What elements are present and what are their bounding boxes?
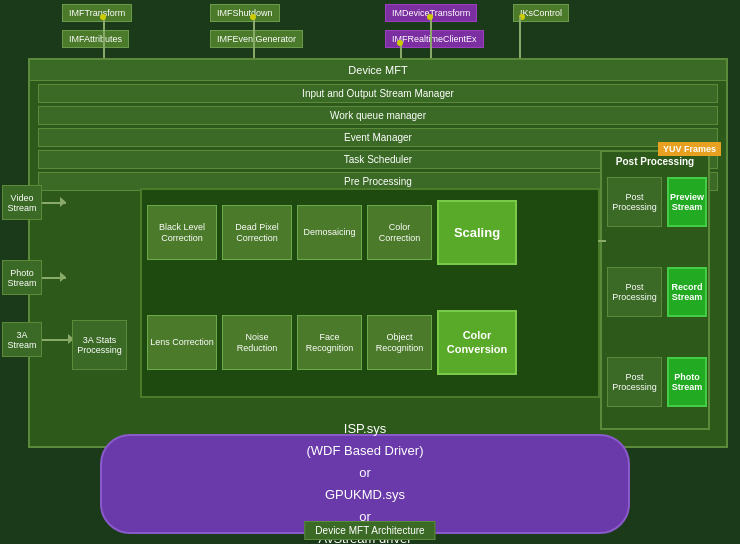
3a-stream-input: 3AStream xyxy=(2,322,42,357)
yuv-frames-label: YUV Frames xyxy=(658,142,721,156)
post-processing-section: Post Processing PostProcessing PreviewSt… xyxy=(600,150,710,430)
photo-stream-input: PhotoStream xyxy=(2,260,42,295)
post-processing-block-1: PostProcessing xyxy=(607,177,662,227)
noise-reduction-block: Noise Reduction xyxy=(222,315,292,370)
connector-dot-5 xyxy=(397,40,403,46)
black-level-correction-block: Black Level Correction xyxy=(147,205,217,260)
diagram-container: IMFTransform IMFShutdown IMDeviceTransfo… xyxy=(0,0,740,544)
imf-transform-label: IMFTransform xyxy=(62,4,132,22)
color-correction-block: Color Correction xyxy=(367,205,432,260)
stats-processing-block: 3A StatsProcessing xyxy=(72,320,127,370)
video-stream-input: VideoStream xyxy=(2,185,42,220)
connector-dot-1 xyxy=(100,14,106,20)
imf-event-generator-label: IMFEventGenerator xyxy=(210,30,303,48)
work-queue-manager: Work queue manager xyxy=(38,106,718,125)
connector-dot-2 xyxy=(250,14,256,20)
connector-dot-3 xyxy=(427,14,433,20)
arch-label: Device MFT Architecture xyxy=(304,521,435,540)
scaling-block: Scaling xyxy=(437,200,517,265)
object-recognition-block: Object Recognition xyxy=(367,315,432,370)
imf-attributes-label: IMFAttributes xyxy=(62,30,129,48)
color-conversion-block: Color Conversion xyxy=(437,310,517,375)
event-manager: Event Manager xyxy=(38,128,718,147)
photo-arrow-head xyxy=(60,272,66,282)
dead-pixel-correction-block: Dead Pixel Correction xyxy=(222,205,292,260)
pipeline-to-post-arrow xyxy=(598,240,606,242)
connector-line-6 xyxy=(519,17,521,60)
post-processing-block-2: PostProcessing xyxy=(607,267,662,317)
isp-box: ISP.sys (WDF Based Driver) or GPUKMD.sys… xyxy=(100,434,630,534)
face-recognition-block: Face Recognition xyxy=(297,315,362,370)
demosaicing-block: Demosaicing xyxy=(297,205,362,260)
record-stream-output: RecordStream xyxy=(667,267,707,317)
preview-stream-output: PreviewStream xyxy=(667,177,707,227)
connector-line-3 xyxy=(430,17,432,60)
imf-shutdown-label: IMFShutdown xyxy=(210,4,280,22)
photo-stream-output: PhotoStream xyxy=(667,357,707,407)
device-mft-title: Device MFT xyxy=(30,60,726,81)
lens-correction-block: Lens Correction xyxy=(147,315,217,370)
input-output-stream-manager: Input and Output Stream Manager xyxy=(38,84,718,103)
video-arrow-head xyxy=(60,197,66,207)
post-processing-block-3: PostProcessing xyxy=(607,357,662,407)
pipeline-box: Black Level Correction Dead Pixel Correc… xyxy=(140,188,600,398)
